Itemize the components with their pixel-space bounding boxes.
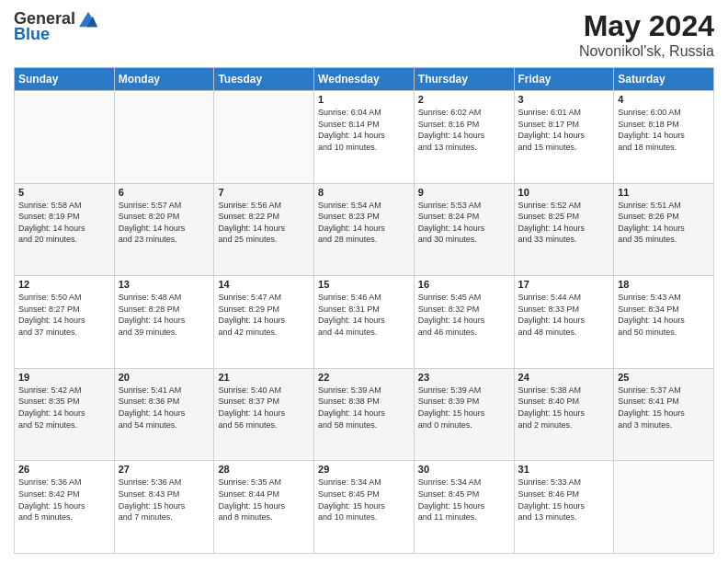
col-friday: Friday (514, 68, 614, 91)
day-info: Sunrise: 5:36 AM Sunset: 8:43 PM Dayligh… (119, 477, 210, 523)
calendar-cell-w2-d2: 7Sunrise: 5:56 AM Sunset: 8:22 PM Daylig… (214, 183, 314, 276)
day-info: Sunrise: 5:51 AM Sunset: 8:26 PM Dayligh… (618, 200, 710, 246)
day-info: Sunrise: 5:33 AM Sunset: 8:46 PM Dayligh… (518, 477, 610, 523)
day-info: Sunrise: 5:39 AM Sunset: 8:39 PM Dayligh… (418, 385, 510, 431)
day-info: Sunrise: 5:42 AM Sunset: 8:35 PM Dayligh… (18, 385, 110, 431)
day-info: Sunrise: 6:01 AM Sunset: 8:17 PM Dayligh… (518, 107, 610, 153)
day-number: 7 (218, 187, 310, 198)
calendar-cell-w5-d0: 26Sunrise: 5:36 AM Sunset: 8:42 PM Dayli… (15, 461, 115, 554)
col-tuesday: Tuesday (214, 68, 314, 91)
calendar-cell-w4-d0: 19Sunrise: 5:42 AM Sunset: 8:35 PM Dayli… (15, 368, 115, 461)
logo-blue-text: Blue (14, 25, 50, 44)
calendar-table: Sunday Monday Tuesday Wednesday Thursday… (14, 67, 714, 554)
day-number: 12 (18, 279, 110, 290)
calendar-week-4: 19Sunrise: 5:42 AM Sunset: 8:35 PM Dayli… (15, 368, 714, 461)
day-info: Sunrise: 5:36 AM Sunset: 8:42 PM Dayligh… (18, 477, 110, 523)
day-number: 29 (318, 464, 410, 475)
calendar-cell-w5-d6 (614, 461, 714, 554)
day-number: 28 (218, 464, 310, 475)
calendar-cell-w4-d6: 25Sunrise: 5:37 AM Sunset: 8:41 PM Dayli… (614, 368, 714, 461)
calendar-week-5: 26Sunrise: 5:36 AM Sunset: 8:42 PM Dayli… (15, 461, 714, 554)
day-number: 11 (618, 187, 710, 198)
day-number: 4 (618, 94, 710, 105)
day-number: 24 (518, 372, 610, 383)
day-info: Sunrise: 5:43 AM Sunset: 8:34 PM Dayligh… (618, 292, 710, 338)
calendar-cell-w3-d0: 12Sunrise: 5:50 AM Sunset: 8:27 PM Dayli… (15, 276, 115, 369)
day-info: Sunrise: 5:37 AM Sunset: 8:41 PM Dayligh… (618, 385, 710, 431)
day-number: 2 (418, 94, 510, 105)
day-info: Sunrise: 5:56 AM Sunset: 8:22 PM Dayligh… (218, 200, 310, 246)
calendar-cell-w4-d1: 20Sunrise: 5:41 AM Sunset: 8:36 PM Dayli… (114, 368, 214, 461)
calendar-cell-w3-d1: 13Sunrise: 5:48 AM Sunset: 8:28 PM Dayli… (114, 276, 214, 369)
location: Novonikol'sk, Russia (579, 43, 714, 60)
day-info: Sunrise: 5:41 AM Sunset: 8:36 PM Dayligh… (119, 385, 210, 431)
calendar-cell-w2-d1: 6Sunrise: 5:57 AM Sunset: 8:20 PM Daylig… (114, 183, 214, 276)
day-info: Sunrise: 5:38 AM Sunset: 8:40 PM Dayligh… (518, 385, 610, 431)
day-info: Sunrise: 6:00 AM Sunset: 8:18 PM Dayligh… (618, 107, 710, 153)
logo-icon (79, 10, 97, 29)
day-number: 16 (418, 279, 510, 290)
day-number: 27 (119, 464, 210, 475)
calendar-cell-w2-d5: 10Sunrise: 5:52 AM Sunset: 8:25 PM Dayli… (514, 183, 614, 276)
day-number: 8 (318, 187, 410, 198)
page: General Blue May 2024 Novonikol'sk, Russ… (0, 0, 728, 563)
day-number: 13 (119, 279, 210, 290)
day-info: Sunrise: 5:35 AM Sunset: 8:44 PM Dayligh… (218, 477, 310, 523)
day-number: 26 (18, 464, 110, 475)
calendar-cell-w4-d5: 24Sunrise: 5:38 AM Sunset: 8:40 PM Dayli… (514, 368, 614, 461)
calendar-cell-w5-d1: 27Sunrise: 5:36 AM Sunset: 8:43 PM Dayli… (114, 461, 214, 554)
day-number: 17 (518, 279, 610, 290)
day-number: 10 (518, 187, 610, 198)
day-info: Sunrise: 5:52 AM Sunset: 8:25 PM Dayligh… (518, 200, 610, 246)
col-wednesday: Wednesday (314, 68, 415, 91)
calendar-cell-w4-d2: 21Sunrise: 5:40 AM Sunset: 8:37 PM Dayli… (214, 368, 314, 461)
day-number: 19 (18, 372, 110, 383)
day-number: 23 (418, 372, 510, 383)
calendar-cell-w3-d6: 18Sunrise: 5:43 AM Sunset: 8:34 PM Dayli… (614, 276, 714, 369)
day-info: Sunrise: 5:39 AM Sunset: 8:38 PM Dayligh… (318, 385, 410, 431)
calendar-week-2: 5Sunrise: 5:58 AM Sunset: 8:19 PM Daylig… (15, 183, 714, 276)
calendar-cell-w1-d4: 2Sunrise: 6:02 AM Sunset: 8:16 PM Daylig… (414, 91, 514, 184)
calendar-cell-w3-d3: 15Sunrise: 5:46 AM Sunset: 8:31 PM Dayli… (314, 276, 415, 369)
day-number: 18 (618, 279, 710, 290)
day-number: 3 (518, 94, 610, 105)
col-sunday: Sunday (15, 68, 115, 91)
month-title: May 2024 (579, 9, 714, 43)
calendar-cell-w2-d3: 8Sunrise: 5:54 AM Sunset: 8:23 PM Daylig… (314, 183, 415, 276)
day-number: 14 (218, 279, 310, 290)
header: General Blue May 2024 Novonikol'sk, Russ… (14, 9, 714, 60)
day-number: 20 (119, 372, 210, 383)
calendar-cell-w2-d0: 5Sunrise: 5:58 AM Sunset: 8:19 PM Daylig… (15, 183, 115, 276)
calendar-cell-w5-d5: 31Sunrise: 5:33 AM Sunset: 8:46 PM Dayli… (514, 461, 614, 554)
day-info: Sunrise: 5:54 AM Sunset: 8:23 PM Dayligh… (318, 200, 410, 246)
day-info: Sunrise: 5:45 AM Sunset: 8:32 PM Dayligh… (418, 292, 510, 338)
calendar-cell-w1-d5: 3Sunrise: 6:01 AM Sunset: 8:17 PM Daylig… (514, 91, 614, 184)
col-saturday: Saturday (614, 68, 714, 91)
day-info: Sunrise: 5:34 AM Sunset: 8:45 PM Dayligh… (318, 477, 410, 523)
day-number: 6 (119, 187, 210, 198)
day-info: Sunrise: 5:47 AM Sunset: 8:29 PM Dayligh… (218, 292, 310, 338)
calendar-cell-w3-d4: 16Sunrise: 5:45 AM Sunset: 8:32 PM Dayli… (414, 276, 514, 369)
day-info: Sunrise: 5:40 AM Sunset: 8:37 PM Dayligh… (218, 385, 310, 431)
day-number: 15 (318, 279, 410, 290)
calendar-cell-w4-d4: 23Sunrise: 5:39 AM Sunset: 8:39 PM Dayli… (414, 368, 514, 461)
calendar-cell-w1-d2 (214, 91, 314, 184)
day-info: Sunrise: 5:58 AM Sunset: 8:19 PM Dayligh… (18, 200, 110, 246)
day-number: 30 (418, 464, 510, 475)
day-number: 22 (318, 372, 410, 383)
day-number: 21 (218, 372, 310, 383)
day-info: Sunrise: 6:04 AM Sunset: 8:14 PM Dayligh… (318, 107, 410, 153)
day-number: 9 (418, 187, 510, 198)
calendar-header-row: Sunday Monday Tuesday Wednesday Thursday… (15, 68, 714, 91)
calendar-cell-w1-d3: 1Sunrise: 6:04 AM Sunset: 8:14 PM Daylig… (314, 91, 415, 184)
calendar-cell-w1-d0 (15, 91, 115, 184)
calendar-cell-w4-d3: 22Sunrise: 5:39 AM Sunset: 8:38 PM Dayli… (314, 368, 415, 461)
day-number: 25 (618, 372, 710, 383)
day-info: Sunrise: 5:34 AM Sunset: 8:45 PM Dayligh… (418, 477, 510, 523)
calendar-week-1: 1Sunrise: 6:04 AM Sunset: 8:14 PM Daylig… (15, 91, 714, 184)
logo: General Blue (14, 9, 97, 44)
day-number: 5 (18, 187, 110, 198)
day-info: Sunrise: 5:53 AM Sunset: 8:24 PM Dayligh… (418, 200, 510, 246)
calendar-cell-w2-d4: 9Sunrise: 5:53 AM Sunset: 8:24 PM Daylig… (414, 183, 514, 276)
day-info: Sunrise: 5:44 AM Sunset: 8:33 PM Dayligh… (518, 292, 610, 338)
